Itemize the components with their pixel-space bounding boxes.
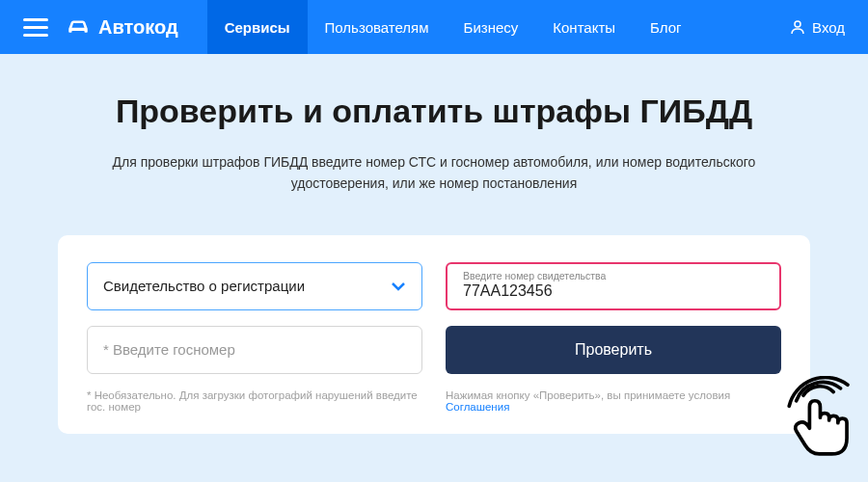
nav-contacts[interactable]: Контакты [535,0,633,54]
car-icon [66,18,91,36]
plate-input[interactable]: * Введите госномер [87,326,422,374]
plate-hint: * Необязательно. Для загрузки фотографий… [87,389,422,413]
plate-placeholder: * Введите госномер [103,341,235,358]
agreement-prefix: Нажимая кнопку «Проверить», вы принимает… [446,389,730,401]
svg-point-2 [795,21,800,27]
nav-business[interactable]: Бизнесу [447,0,536,54]
menu-icon[interactable] [23,14,48,40]
certificate-input-wrapper[interactable]: Введите номер свидетельства [446,262,781,310]
certificate-input[interactable] [463,281,764,302]
certificate-float-label: Введите номер свидетельства [463,270,764,282]
agreement-link[interactable]: Соглашения [446,401,509,413]
brand-logo[interactable]: Автокод [66,16,178,39]
user-icon [790,19,805,35]
login-link[interactable]: Вход [790,19,845,36]
brand-name: Автокод [98,16,178,39]
main-nav: Сервисы Пользователям Бизнесу Контакты Б… [207,0,699,54]
doc-type-select[interactable]: Свидетельство о регистрации [87,262,422,310]
nav-users[interactable]: Пользователям [308,0,447,54]
login-label: Вход [812,19,845,36]
check-button[interactable]: Проверить [446,326,781,374]
svg-point-0 [71,28,73,30]
chevron-down-icon [391,281,406,291]
fines-form: Свидетельство о регистрации Введите номе… [58,235,810,434]
agreement-text: Нажимая кнопку «Проверить», вы принимает… [446,389,781,413]
nav-blog[interactable]: Блог [633,0,698,54]
nav-services[interactable]: Сервисы [207,0,308,54]
doc-type-label: Свидетельство о регистрации [103,278,305,294]
page-subtitle: Для проверки штрафов ГИБДД введите номер… [106,151,762,195]
svg-point-1 [82,28,84,30]
page-title: Проверить и оплатить штрафы ГИБДД [58,93,810,130]
